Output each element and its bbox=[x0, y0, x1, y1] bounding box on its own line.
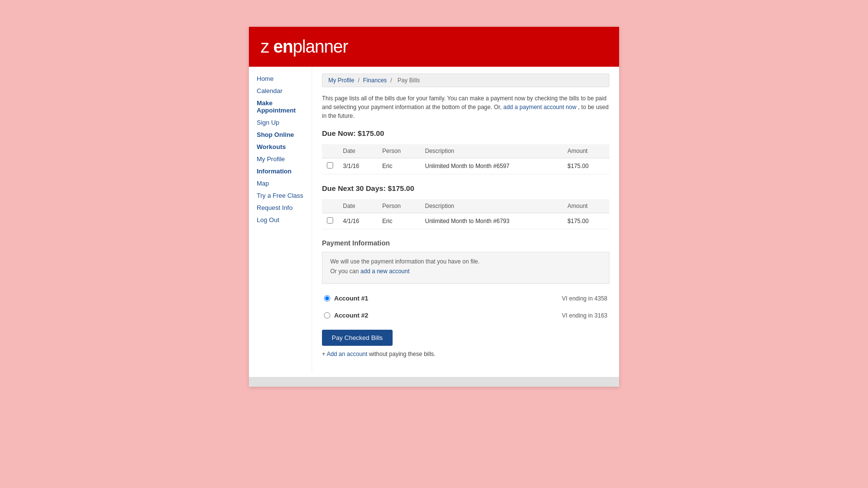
due-now-row1-description: Unlimited Month to Month #6597 bbox=[420, 158, 563, 174]
due-next-30-row1-check[interactable] bbox=[322, 213, 338, 229]
due-next-30-checkbox-1[interactable] bbox=[327, 217, 333, 224]
due-next-30-row1-amount: $175.00 bbox=[563, 213, 609, 229]
account-1-detail: VI ending in 4358 bbox=[562, 295, 607, 302]
due-next-30-col-date: Date bbox=[338, 199, 377, 213]
header: z enplanner bbox=[249, 27, 619, 67]
add-account-suffix: without paying these bills. bbox=[367, 351, 435, 357]
sidebar-item-sign-up[interactable]: Sign Up bbox=[249, 116, 312, 129]
breadcrumb-my-profile[interactable]: My Profile bbox=[328, 77, 354, 84]
due-now-checkbox-1[interactable] bbox=[327, 162, 333, 169]
sidebar-item-request-info[interactable]: Request Info bbox=[249, 202, 312, 214]
breadcrumb-pay-bills: Pay Bills bbox=[397, 77, 420, 84]
account-2-detail: VI ending in 3163 bbox=[562, 312, 607, 319]
due-next-30-col-check bbox=[322, 199, 338, 213]
due-now-col-description: Description bbox=[420, 144, 563, 158]
intro-text: This page lists all of the bills due for… bbox=[322, 94, 609, 120]
sidebar-item-my-profile[interactable]: My Profile bbox=[249, 153, 312, 165]
app-container: z enplanner Home Calendar Make Appointme… bbox=[249, 27, 619, 387]
payment-information-section: Payment Information We will use the paym… bbox=[322, 239, 609, 357]
due-next-30-table: Date Person Description Amount 4/1/16 Er… bbox=[322, 199, 609, 229]
sidebar-item-workouts[interactable]: Workouts bbox=[249, 141, 312, 153]
due-next-30-col-amount: Amount bbox=[563, 199, 609, 213]
breadcrumb-finances[interactable]: Finances bbox=[363, 77, 387, 84]
account-2-row: Account #2 VI ending in 3163 bbox=[322, 308, 609, 323]
due-next-30-title: Due Next 30 Days: $175.00 bbox=[322, 184, 609, 194]
account-2-label[interactable]: Account #2 bbox=[334, 312, 562, 319]
due-now-section: Due Now: $175.00 Date Person Description… bbox=[322, 129, 609, 174]
sidebar-item-information[interactable]: Information bbox=[249, 165, 312, 177]
payment-info-line2-prefix: Or you can bbox=[330, 268, 359, 275]
due-now-row1-date: 3/1/16 bbox=[338, 158, 377, 174]
breadcrumb-sep1: / bbox=[358, 77, 361, 84]
payment-information-title: Payment Information bbox=[322, 239, 609, 247]
sidebar: Home Calendar Make Appointment Sign Up S… bbox=[249, 67, 312, 372]
logo-planner: planner bbox=[293, 37, 348, 56]
table-row: 3/1/16 Eric Unlimited Month to Month #65… bbox=[322, 158, 609, 174]
breadcrumb-sep2: / bbox=[390, 77, 394, 84]
sidebar-item-shop-online[interactable]: Shop Online bbox=[249, 129, 312, 141]
due-now-col-check bbox=[322, 144, 338, 158]
due-next-30-row1-date: 4/1/16 bbox=[338, 213, 377, 229]
account-1-radio[interactable] bbox=[324, 295, 330, 301]
due-now-col-person: Person bbox=[377, 144, 420, 158]
due-next-30-row1-description: Unlimited Month to Month #6793 bbox=[420, 213, 563, 229]
logo-en: en bbox=[273, 37, 293, 56]
add-account-prefix: + bbox=[322, 351, 327, 357]
logo: z enplanner bbox=[261, 37, 607, 57]
payment-info-box: We will use the payment information that… bbox=[322, 252, 609, 284]
due-next-30-section: Due Next 30 Days: $175.00 Date Person De… bbox=[322, 184, 609, 229]
add-payment-account-link[interactable]: add a payment account now bbox=[503, 104, 576, 111]
add-new-account-link[interactable]: add a new account bbox=[360, 268, 410, 275]
logo-z: z bbox=[261, 37, 273, 56]
sidebar-item-calendar[interactable]: Calendar bbox=[249, 85, 312, 97]
due-now-row1-check[interactable] bbox=[322, 158, 338, 174]
sidebar-item-home[interactable]: Home bbox=[249, 73, 312, 85]
due-next-30-col-person: Person bbox=[377, 199, 420, 213]
content-area: My Profile / Finances / Pay Bills This p… bbox=[312, 67, 619, 372]
due-now-row1-amount: $175.00 bbox=[563, 158, 609, 174]
account-1-label[interactable]: Account #1 bbox=[334, 295, 562, 302]
due-now-title: Due Now: $175.00 bbox=[322, 129, 609, 139]
breadcrumb: My Profile / Finances / Pay Bills bbox=[322, 74, 609, 87]
due-next-30-header-row: Date Person Description Amount bbox=[322, 199, 609, 213]
due-next-30-col-description: Description bbox=[420, 199, 563, 213]
payment-info-line1: We will use the payment information that… bbox=[330, 258, 601, 265]
due-next-30-row1-person: Eric bbox=[377, 213, 420, 229]
pay-checked-bills-button[interactable]: Pay Checked Bills bbox=[322, 330, 393, 346]
payment-info-line2: Or you can add a new account bbox=[330, 268, 601, 275]
table-row: 4/1/16 Eric Unlimited Month to Month #67… bbox=[322, 213, 609, 229]
account-2-radio[interactable] bbox=[324, 312, 330, 319]
sidebar-item-make-appointment[interactable]: Make Appointment bbox=[249, 97, 312, 116]
add-account-without-paying: + Add an account without paying these bi… bbox=[322, 351, 609, 357]
add-account-link[interactable]: Add an account bbox=[327, 351, 367, 357]
sidebar-item-try-free-class[interactable]: Try a Free Class bbox=[249, 189, 312, 202]
sidebar-item-log-out[interactable]: Log Out bbox=[249, 214, 312, 226]
due-now-table: Date Person Description Amount 3/1/16 Er… bbox=[322, 144, 609, 174]
due-now-col-amount: Amount bbox=[563, 144, 609, 158]
account-1-row: Account #1 VI ending in 4358 bbox=[322, 291, 609, 306]
main-layout: Home Calendar Make Appointment Sign Up S… bbox=[249, 67, 619, 372]
bottom-bar bbox=[249, 377, 619, 387]
sidebar-item-map[interactable]: Map bbox=[249, 177, 312, 189]
due-now-header-row: Date Person Description Amount bbox=[322, 144, 609, 158]
due-now-row1-person: Eric bbox=[377, 158, 420, 174]
due-now-col-date: Date bbox=[338, 144, 377, 158]
